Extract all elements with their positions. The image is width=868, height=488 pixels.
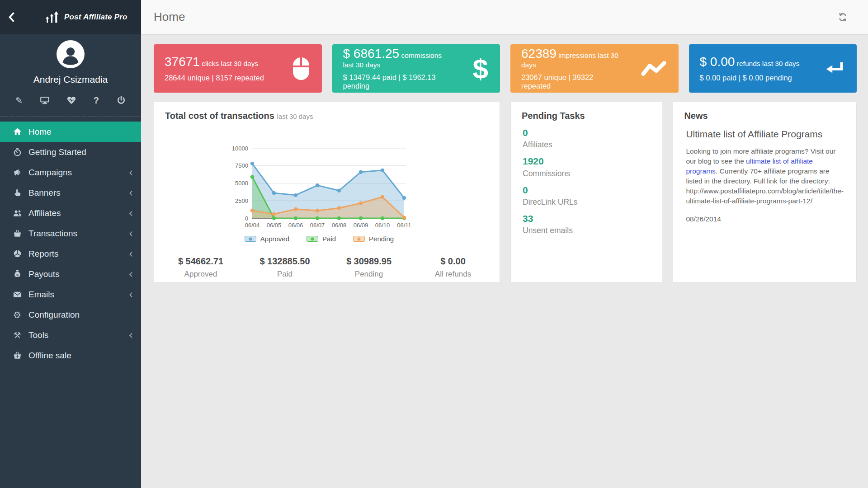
task-count: 33 (523, 213, 650, 225)
pencil-icon[interactable]: ✎ (15, 96, 23, 105)
chevron-left-icon (129, 291, 133, 300)
sidebar-item-label: Campaigns (28, 168, 72, 178)
sidebar-item-transactions[interactable]: Transactions (0, 223, 141, 244)
summary-label: Approved (159, 270, 243, 279)
sidebar-item-tools[interactable]: ⚒Tools (0, 325, 141, 345)
svg-text:5000: 5000 (235, 180, 248, 187)
sidebar-item-getting-started[interactable]: Getting Started (0, 142, 141, 162)
legend-item-paid: Paid (307, 235, 336, 243)
svg-text:06/10: 06/10 (375, 222, 390, 229)
sidebar: Post Affiliate Pro Andrej Csizmadia ✎? H… (0, 0, 141, 488)
sidebar-item-affiliates[interactable]: Affiliates (0, 203, 141, 223)
chevron-left-icon (129, 230, 133, 239)
users-icon (12, 209, 22, 217)
pending-tasks-title: Pending Tasks (522, 111, 585, 121)
summary-approved: $ 54662.71Approved (159, 256, 243, 279)
megaphone-icon (12, 168, 22, 177)
stat-label: clicks last 30 days (202, 60, 258, 67)
return-icon (824, 60, 845, 78)
logo-arrows-icon (44, 11, 60, 23)
chevron-left-icon (129, 332, 133, 340)
stat-value: 62389 (521, 47, 557, 61)
chart-title: Total cost of transactions (165, 111, 274, 121)
question-icon[interactable]: ? (94, 96, 99, 105)
sidebar-menu: HomeGetting StartedCampaignsBannersAffil… (0, 122, 141, 366)
sidebar-item-campaigns[interactable]: Campaigns (0, 162, 141, 183)
sidebar-item-label: Home (28, 127, 52, 137)
svg-text:06/06: 06/06 (288, 222, 303, 229)
summary-pending: $ 30989.95Pending (327, 256, 411, 279)
task-direclink-urls: 0DirecLink URLs (523, 184, 650, 207)
sidebar-item-home[interactable]: Home (0, 122, 141, 142)
stat-card-refunds-last-30-days: $ 0.00 refunds last 30 days$ 0.00 paid |… (689, 44, 857, 93)
task-unsent-emails: 33Unsent emails (523, 213, 650, 235)
trend-icon (641, 60, 667, 78)
summary-paid: $ 132885.50Paid (243, 256, 327, 279)
legend-swatch (353, 236, 365, 242)
svg-text:$: $ (16, 273, 19, 277)
stopwatch-icon (12, 148, 22, 156)
basket-icon (12, 229, 22, 238)
pending-tasks-list: 0Affiliates1920Commissions0DirecLink URL… (511, 127, 662, 235)
sidebar-item-banners[interactable]: Banners (0, 183, 141, 203)
chart-legend: ApprovedPaidPending (224, 235, 414, 243)
legend-label: Pending (369, 235, 394, 243)
power-icon[interactable] (117, 96, 126, 105)
chart-panel-title: Total cost of transactions last 30 days (154, 102, 500, 121)
svg-text:06/11: 06/11 (397, 222, 411, 229)
back-chevron-icon[interactable] (8, 12, 26, 23)
chevron-left-icon (129, 169, 133, 178)
svg-text:06/09: 06/09 (354, 222, 368, 229)
chevron-left-icon (129, 271, 133, 279)
task-count: 0 (523, 184, 650, 196)
mouse-icon (292, 56, 310, 81)
task-label: Commissions (523, 169, 650, 178)
refresh-icon[interactable] (837, 12, 848, 23)
top-header: Home (141, 0, 868, 34)
sidebar-header: Post Affiliate Pro (0, 0, 141, 34)
sidebar-item-reports[interactable]: Reports (0, 244, 141, 264)
stat-detail: $ 0.00 paid | $ 0.00 pending (700, 74, 803, 82)
sidebar-item-payouts[interactable]: $Payouts (0, 264, 141, 284)
tools-icon: ⚒ (12, 331, 22, 339)
envelope-icon (12, 290, 22, 299)
chart-summary: $ 54662.71Approved$ 132885.50Paid$ 30989… (154, 256, 500, 279)
transactions-chart: 02500500075001000006/0406/0506/0606/0706… (224, 144, 414, 234)
chart-subtitle: last 30 days (277, 113, 313, 120)
page-title: Home (154, 10, 185, 24)
news-date: 08/26/2014 (686, 215, 844, 223)
home-icon (12, 127, 22, 136)
sidebar-item-label: Getting Started (28, 147, 86, 157)
task-count: 1920 (523, 155, 650, 167)
svg-text:06/08: 06/08 (332, 222, 347, 229)
sidebar-item-configuration[interactable]: ⚙Configuration (0, 305, 141, 325)
summary-label: Paid (243, 270, 327, 279)
task-label: Unsent emails (523, 226, 650, 235)
chevron-left-icon (129, 251, 133, 259)
gear-icon: ⚙ (12, 310, 22, 319)
news-headline: Ultimate list of Affiliate Programs (686, 129, 844, 140)
sidebar-item-emails[interactable]: Emails (0, 284, 141, 305)
sidebar-item-offline-sale[interactable]: Offline sale (0, 345, 141, 366)
summary-label: Pending (327, 270, 411, 279)
content: 37671 clicks last 30 days28644 unique | … (141, 34, 868, 282)
summary-value: $ 0.00 (411, 256, 495, 267)
monitor-icon[interactable] (40, 96, 49, 105)
stat-value: $ 6861.25 (343, 47, 400, 61)
chevron-left-icon (129, 210, 133, 218)
panels-row: Total cost of transactions last 30 days … (154, 102, 857, 282)
sidebar-item-label: Affiliates (28, 208, 61, 218)
news-panel: News Ultimate list of Affiliate Programs… (673, 102, 857, 282)
sidebar-item-label: Tools (28, 330, 48, 340)
money-bag-icon: $ (12, 270, 22, 278)
stat-value: $ 0.00 (700, 55, 735, 69)
heart-pulse-icon[interactable] (67, 96, 76, 105)
dollar-icon: $ (473, 55, 488, 83)
svg-text:06/05: 06/05 (267, 222, 282, 229)
stat-value: 37671 (165, 55, 200, 69)
task-label: Affiliates (523, 140, 650, 150)
stat-detail: 23067 unique | 39322 repeated (521, 73, 624, 90)
offline-sale-icon (12, 351, 22, 360)
stat-label: refunds last 30 days (737, 60, 800, 67)
main-area: Home 37671 clicks last 30 days28644 uniq… (141, 0, 868, 488)
